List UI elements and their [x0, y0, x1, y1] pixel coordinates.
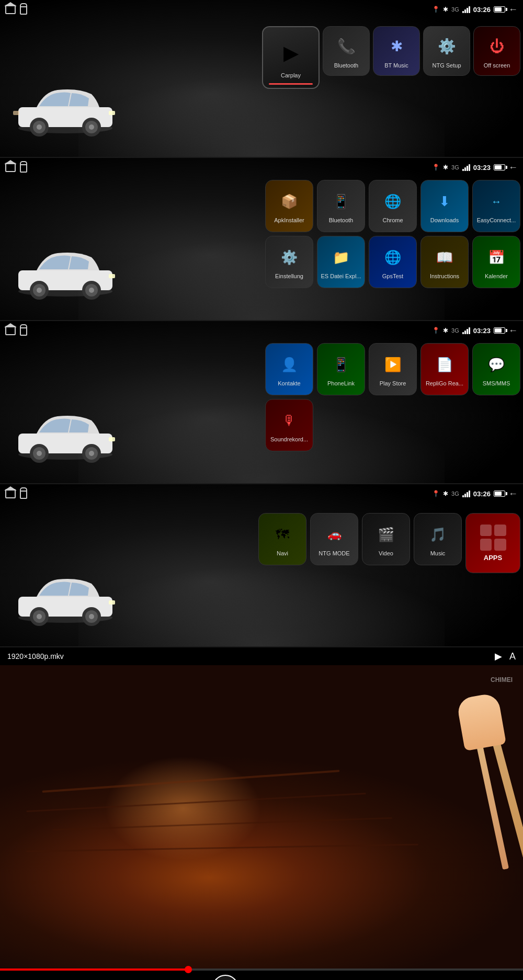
app-icon-carplay[interactable]: ▶ Carplay — [262, 26, 320, 89]
battery-icon-3 — [494, 327, 505, 334]
video-filename: 1920×1080p.mkv — [7, 652, 64, 660]
instructions-label: Instructions — [430, 273, 459, 280]
status-left-icons-3 — [5, 326, 27, 335]
s4-icons-container: 🗺 Navi 🚗 NTG MODE 🎬 Video 🎵 Music APPS — [258, 513, 520, 573]
video-frame: CHIMEI — [0, 665, 523, 968]
food-highlight — [105, 756, 262, 861]
video-caption-icon[interactable]: A — [509, 651, 516, 662]
app-icon-bluetooth-2[interactable]: 📱 Bluetooth — [317, 180, 365, 232]
app-icon-music[interactable]: 🎵 Music — [414, 513, 462, 565]
status-left-icons-4 — [5, 489, 27, 498]
app-icon-ntgmode[interactable]: 🚗 NTG MODE — [310, 513, 358, 565]
app-icon-chrome[interactable]: 🌐 Chrome — [369, 180, 417, 232]
video-top-controls: ▶ A — [495, 651, 516, 662]
easyconnect-label: EasyConnect... — [477, 217, 516, 224]
app-icon-apps[interactable]: APPS — [465, 513, 520, 573]
home-icon-4[interactable] — [5, 489, 16, 498]
music-label: Music — [430, 550, 446, 557]
app-icon-offscreen[interactable]: ⏻ Off screen — [473, 26, 520, 76]
car-image-4 — [5, 563, 126, 631]
ntgmode-label: NTG MODE — [319, 550, 349, 557]
apps-label: APPS — [484, 554, 502, 562]
video-progress-bar[interactable] — [0, 968, 523, 971]
status-bar-3: 📍 ✱ 3G 03:23 ← — [0, 321, 523, 340]
home-icon-3[interactable] — [5, 326, 16, 335]
bluetooth-status-icon: ✱ — [443, 6, 448, 13]
location-icon-2: 📍 — [432, 164, 440, 171]
app-icon-kontakte[interactable]: 👤 Kontakte — [265, 343, 313, 395]
screen-section-3: 📍 ✱ 3G 03:23 ← — [0, 321, 523, 483]
signal-bars-4 — [462, 490, 470, 497]
play-pause-button[interactable]: ⏸ — [212, 975, 238, 980]
video-label: Video — [379, 550, 393, 557]
status-right-icons: 📍 ✱ 3G 03:26 ← — [432, 4, 518, 15]
app-icon-bluetooth[interactable]: 📞 Bluetooth — [323, 26, 370, 76]
lock-icon-4 — [20, 491, 27, 499]
chrome-label: Chrome — [382, 217, 403, 224]
svg-point-17 — [89, 288, 94, 293]
app-icon-smsmms[interactable]: 💬 SMS/MMS — [472, 343, 520, 395]
app-icon-easyconnect[interactable]: ↔ EasyConnect... — [472, 180, 520, 232]
app-icon-einstellung[interactable]: ⚙️ Einstellung — [265, 236, 313, 288]
app-icon-downloads[interactable]: ⬇ Downloads — [420, 180, 469, 232]
battery-icon-4 — [494, 491, 505, 497]
back-arrow-2[interactable]: ← — [508, 162, 518, 173]
location-icon: 📍 — [432, 6, 440, 13]
network-label-4: 3G — [451, 491, 459, 497]
ntgsetup-label: NTG Setup — [432, 62, 461, 69]
time-display-2: 03:23 — [473, 164, 491, 172]
network-label-2: 3G — [451, 164, 459, 170]
app-icon-navi[interactable]: 🗺 Navi — [258, 513, 306, 565]
btmusic-label: BT Music — [384, 62, 408, 69]
app-icon-soundrekord[interactable]: 🎙 Soundrekord... — [265, 399, 313, 451]
progress-thumb[interactable] — [185, 966, 192, 973]
bluetooth2-label: Bluetooth — [329, 217, 353, 224]
downloads-label: Downloads — [430, 217, 459, 224]
back-arrow-4[interactable]: ← — [508, 488, 518, 499]
app-icon-phonelink[interactable]: 📱 PhoneLink — [317, 343, 365, 395]
app-icon-repligopdf[interactable]: 📄 RepliGo Rea... — [420, 343, 469, 395]
app-icon-esdatei[interactable]: 📁 ES Datei Expl... — [317, 236, 365, 288]
status-right-icons-2: 📍 ✱ 3G 03:23 ← — [432, 162, 518, 173]
battery-icon-2 — [494, 164, 505, 170]
playstore-label: Play Store — [380, 380, 406, 387]
video-controls-row: ⛶ ↺ ⏮ ⏸ ⏭ 00:15 00:42 GOTO ☰ — [0, 971, 523, 980]
bluetooth-label: Bluetooth — [334, 62, 358, 69]
video-top-bar: 1920×1080p.mkv ▶ A — [0, 647, 523, 665]
status-bar-4: 📍 ✱ 3G 03:26 ← — [0, 484, 523, 503]
logo-watermark: CHIMEI — [491, 676, 513, 683]
video-play-top-icon[interactable]: ▶ — [495, 651, 502, 662]
home-icon-2[interactable] — [5, 163, 16, 172]
app-icon-apkinstaller[interactable]: 📦 ApkInstaller — [265, 180, 313, 232]
time-display-1: 03:26 — [473, 6, 491, 14]
bluetooth-status-icon-4: ✱ — [443, 490, 448, 497]
watermark-text: CHIMEI — [491, 676, 513, 683]
back-arrow-3[interactable]: ← — [508, 325, 518, 336]
signal-bars-3 — [462, 327, 470, 334]
app-icon-btmusic[interactable]: ✱ BT Music — [373, 26, 420, 76]
network-label-3: 3G — [451, 327, 459, 334]
svg-rect-9 — [13, 111, 19, 115]
home-icon[interactable] — [5, 5, 16, 14]
network-label: 3G — [451, 6, 459, 13]
bluetooth-status-icon-3: ✱ — [443, 327, 448, 334]
car-image-2 — [5, 236, 126, 304]
svg-point-14 — [37, 288, 42, 293]
app-icon-instructions[interactable]: 📖 Instructions — [420, 236, 469, 288]
app-icon-playstore[interactable]: ▶️ Play Store — [369, 343, 417, 395]
smsmms-label: SMS/MMS — [483, 380, 510, 387]
kalender-label: Kalender — [485, 273, 508, 280]
svg-point-7 — [89, 124, 94, 130]
app-icon-ntgsetup[interactable]: ⚙️ NTG Setup — [423, 26, 470, 76]
video-player: 1920×1080p.mkv ▶ A CHIMEI — [0, 647, 523, 980]
status-right-icons-4: 📍 ✱ 3G 03:26 ← — [432, 488, 518, 499]
back-arrow-1[interactable]: ← — [508, 4, 518, 15]
carplay-highlight — [269, 83, 313, 85]
signal-bars-2 — [462, 164, 470, 171]
app-icon-gpstest[interactable]: 🌐 GpsTest — [369, 236, 417, 288]
app-icon-kalender[interactable]: 📅 Kalender — [472, 236, 520, 288]
repligopdf-label: RepliGo Rea... — [426, 380, 463, 387]
screen-section-video: 1920×1080p.mkv ▶ A CHIMEI — [0, 647, 523, 980]
car-image-1 — [5, 73, 126, 141]
app-icon-video[interactable]: 🎬 Video — [362, 513, 410, 565]
